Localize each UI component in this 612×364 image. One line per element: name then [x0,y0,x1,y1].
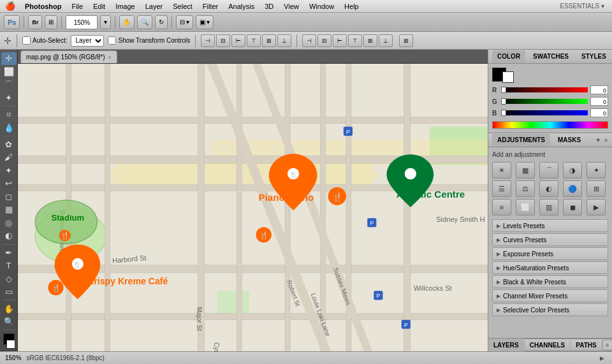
menu-image[interactable]: Image [111,2,140,11]
tab-adjustments[interactable]: ADJUSTMENTS [492,134,550,147]
dist-right-btn[interactable]: ⊢ [333,34,347,47]
menu-file[interactable]: File [67,2,87,11]
crop-tool-btn[interactable]: ⌗ [1,108,17,121]
adj-collapse-btn[interactable]: ▼ [595,136,602,144]
map-canvas[interactable]: Harbord St Brunswick Ave Major St Robert… [18,64,488,351]
auto-select-checkbox[interactable] [22,36,31,45]
channel-mixer-presets-item[interactable]: ▶ Channel Mixer Presets [492,289,608,302]
pen-tool-btn[interactable]: ✒ [1,246,17,259]
align-right-btn[interactable]: ⊢ [231,34,245,47]
rotate-tool-btn[interactable]: ↻ [155,15,168,29]
exposure-presets-item[interactable]: ▶ Exposure Presets [492,247,608,260]
dist-left-btn[interactable]: ⊣ [302,34,316,47]
r-value[interactable]: 0 [590,85,608,94]
move-tool-btn[interactable]: ✛ [1,52,17,65]
tab-close-btn[interactable]: × [108,54,112,61]
zoom-display[interactable]: 150% [66,15,98,29]
levels-btn[interactable]: ▦ [516,162,535,178]
b-slider[interactable] [501,110,588,115]
threshold-btn[interactable]: ◼ [563,199,582,215]
menu-layer[interactable]: Layer [141,2,168,11]
tab-masks[interactable]: MASKS [553,134,586,147]
hand-tool-btn-side[interactable]: ✋ [1,302,17,315]
auto-select-dropdown[interactable]: Layer [71,35,104,47]
gradient-tool-btn[interactable]: ▦ [1,203,17,216]
invert-btn[interactable]: ⬜ [516,199,535,215]
tab-channels[interactable]: CHANNELS [525,339,571,351]
eyedropper-tool-btn[interactable]: 💧 [1,121,17,134]
bw-btn[interactable]: ◐ [539,180,558,197]
color-spectrum[interactable] [492,121,608,129]
auto-arrange-btn[interactable]: ⊞ [399,34,413,47]
zoom-dropdown-btn[interactable]: ▾ [100,15,111,29]
essentials-label[interactable]: ESSENTIALS ▾ [560,3,607,10]
menu-photoshop[interactable]: Photoshop [20,2,66,11]
brush-tool-btn[interactable]: 🖌 [1,151,17,164]
posterize-btn[interactable]: ▥ [539,199,558,215]
marquee-tool-btn[interactable]: ⬜ [1,66,17,78]
hand-tool-btn[interactable]: ✋ [119,15,135,29]
align-bottom-btn[interactable]: ⊥ [277,34,291,47]
dist-center-btn[interactable]: ⊟ [317,34,332,47]
frame-btn[interactable]: ⊞ [45,15,57,29]
align-middle-btn[interactable]: ⊞ [262,34,276,47]
photo-filter-btn[interactable]: 🔵 [563,180,582,197]
path-tool-btn[interactable]: ◇ [1,272,17,285]
curves-btn[interactable]: ⌒ [539,162,558,178]
text-tool-btn[interactable]: T [1,259,17,272]
tab-swatches[interactable]: SWATCHES [528,50,574,63]
transform-controls-checkbox[interactable] [108,36,116,45]
dist-middle-btn[interactable]: ⊞ [363,34,377,47]
color-balance-btn[interactable]: ⚖ [516,180,535,197]
menu-filter[interactable]: Filter [198,2,222,11]
tab-layers[interactable]: LAYERS [488,339,525,351]
zoom-tool-btn[interactable]: 🔍 [137,15,152,29]
menu-view[interactable]: View [279,2,303,11]
color-lookup-btn[interactable]: ≡ [492,199,511,215]
levels-presets-item[interactable]: ▶ Levels Presets [492,219,608,232]
selective-color-presets-item[interactable]: ▶ Selective Color Presets [492,303,608,316]
layers-option-btn[interactable]: ≡ [602,340,612,350]
arrange-btn[interactable]: ⊟ ▾ [176,15,193,29]
background-color[interactable] [502,71,514,83]
adj-menu-btn[interactable]: ≡ [604,136,608,144]
brightness-contrast-btn[interactable]: ☀ [492,162,511,178]
menu-edit[interactable]: Edit [89,2,110,11]
g-slider[interactable] [501,99,588,104]
ps-logo-btn[interactable]: Ps [4,15,20,29]
align-center-btn[interactable]: ⊟ [216,34,230,47]
exposure-btn[interactable]: ◑ [563,162,582,178]
r-slider[interactable] [501,87,588,92]
lasso-tool-btn[interactable]: ⌒ [1,78,17,91]
menu-help[interactable]: Help [340,2,363,11]
tab-styles[interactable]: STYLES [576,50,611,63]
stamp-tool-btn[interactable]: ✦ [1,164,17,177]
canvas-tab[interactable]: map.png @ 150% (RGB/8*) × [20,50,117,63]
status-arrow[interactable]: ▶ [600,355,604,361]
bridge-btn[interactable]: Br [28,15,42,29]
dist-bottom-btn[interactable]: ⊥ [379,34,393,47]
hsl-btn[interactable]: ☰ [492,180,511,197]
vibrance-btn[interactable]: ✦ [586,162,606,178]
screen-mode-btn[interactable]: ▣ ▾ [196,15,214,29]
spot-heal-tool-btn[interactable]: ✿ [1,138,17,151]
channel-mixer-btn[interactable]: ⊞ [586,180,606,197]
blur-tool-btn[interactable]: ◎ [1,217,17,229]
tab-color[interactable]: COLOR [492,50,525,63]
curves-presets-item[interactable]: ▶ Curves Presets [492,233,608,246]
wand-tool-btn[interactable]: ✦ [1,92,17,105]
huesat-presets-item[interactable]: ▶ Hue/Saturation Presets [492,261,608,274]
gradient-map-btn[interactable]: ▶ [586,199,606,215]
tab-paths[interactable]: PATHS [571,339,602,351]
apple-menu[interactable]: 🍎 [5,1,15,11]
history-tool-btn[interactable]: ↩ [1,177,17,190]
eraser-tool-btn[interactable]: ◻ [1,191,17,203]
b-value[interactable]: 0 [590,108,608,117]
align-left-btn[interactable]: ⊣ [201,34,215,47]
transform-controls-label[interactable]: Show Transform Controls [108,36,190,45]
auto-select-checkbox-label[interactable]: Auto-Select: [22,36,67,45]
menu-3d[interactable]: 3D [260,2,278,11]
zoom-tool-btn-side[interactable]: 🔍 [1,316,17,328]
align-top-btn[interactable]: ⊤ [247,34,261,47]
dist-top-btn[interactable]: ⊤ [348,34,362,47]
